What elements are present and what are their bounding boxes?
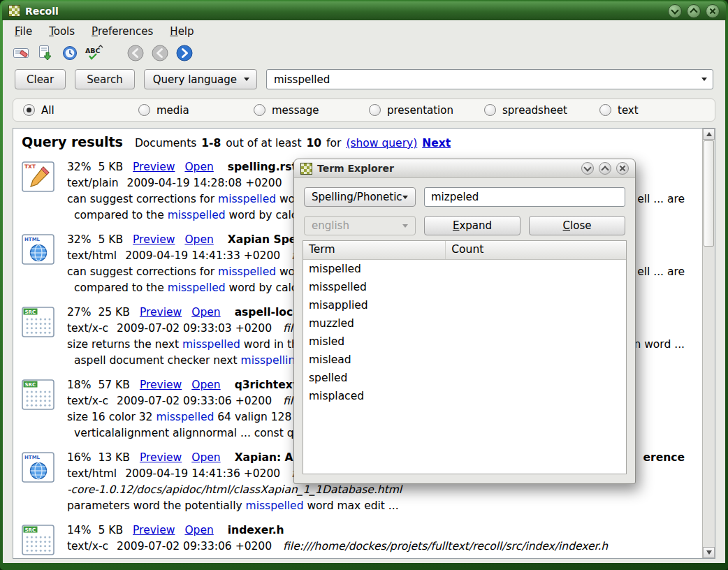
window-buttons xyxy=(668,4,720,18)
term-row[interactable]: mislead xyxy=(303,351,626,369)
html-file-icon[interactable]: HTML xyxy=(22,450,57,514)
previous-page-icon[interactable] xyxy=(150,43,170,63)
expansion-mode-select[interactable]: Spelling/Phonetic xyxy=(304,187,416,207)
term-input[interactable] xyxy=(424,187,625,207)
window-close-button[interactable] xyxy=(706,4,720,18)
scrollbar-thumb[interactable] xyxy=(704,140,714,247)
term-row[interactable]: muzzled xyxy=(303,314,626,332)
highlighted-term: misspelled xyxy=(168,207,226,224)
filter-bar: Allmediamessagepresentationspreadsheette… xyxy=(13,98,715,122)
abstract-text: word by calc xyxy=(226,207,298,224)
open-link[interactable]: Open xyxy=(184,232,213,248)
preview-link[interactable]: Preview xyxy=(133,232,175,248)
chevron-down-icon xyxy=(244,78,249,81)
abstract-right-fragment: ell ... are xyxy=(637,191,685,207)
filter-label: text xyxy=(618,104,639,117)
svg-text:ABC: ABC xyxy=(85,47,101,54)
search-button[interactable]: Search xyxy=(75,69,135,89)
preview-link[interactable]: Preview xyxy=(140,450,182,466)
query-combobox[interactable] xyxy=(266,69,713,89)
start-query-icon[interactable] xyxy=(36,43,55,63)
chevron-down-icon xyxy=(701,78,707,81)
open-link[interactable]: Open xyxy=(191,377,220,393)
preview-link[interactable]: Preview xyxy=(133,159,175,175)
abstract-right-fragment: n word ... xyxy=(634,337,685,353)
next-page-link[interactable]: Next xyxy=(422,137,451,149)
result-url: file:///home/dockes/projets/fulltext/rec… xyxy=(283,539,608,555)
result-date: 2009-07-02 09:33:03 +0200 xyxy=(117,321,272,337)
menu-tools[interactable]: Tools xyxy=(43,23,81,40)
filter-media[interactable]: media xyxy=(138,104,254,117)
result-size: 13 KB xyxy=(98,450,129,466)
term-row[interactable]: misled xyxy=(303,332,626,351)
source-file-icon[interactable]: SRC xyxy=(22,522,57,558)
filter-all[interactable]: All xyxy=(23,104,138,117)
unshade-button[interactable] xyxy=(687,4,701,18)
results-scrollbar[interactable] xyxy=(702,129,715,558)
term-row[interactable]: misspelled xyxy=(303,278,626,296)
filter-message[interactable]: message xyxy=(254,104,369,117)
term-explorer-icon[interactable]: ABC xyxy=(85,43,104,63)
count-cell xyxy=(445,387,626,405)
filter-spreadsheet[interactable]: spreadsheet xyxy=(484,104,599,117)
search-mode-value: Query language xyxy=(153,73,237,86)
abstract-right-fragment: ell ... are xyxy=(637,264,685,280)
html-file-icon[interactable]: HTML xyxy=(22,232,57,296)
count-column-header[interactable]: Count xyxy=(445,241,626,259)
dialog-shade-button[interactable] xyxy=(581,162,594,175)
term-column-header[interactable]: Term xyxy=(303,241,445,259)
clear-search-icon[interactable] xyxy=(11,43,31,63)
search-mode-select[interactable]: Query language xyxy=(144,69,257,89)
next-page-icon[interactable] xyxy=(175,43,194,63)
term-row[interactable]: misapplied xyxy=(303,296,626,314)
open-link[interactable]: Open xyxy=(184,159,213,175)
recoll-logo-icon xyxy=(8,5,20,17)
open-link[interactable]: Open xyxy=(184,522,213,539)
count-cell xyxy=(445,332,626,351)
filter-text[interactable]: text xyxy=(599,104,715,117)
language-select[interactable]: english xyxy=(304,216,416,235)
recoll-logo-icon xyxy=(300,163,312,175)
text-file-icon[interactable]: TXT xyxy=(22,159,57,224)
radio-icon xyxy=(138,104,150,116)
highlighted-term: misspelled xyxy=(182,337,240,353)
menu-help[interactable]: Help xyxy=(163,23,200,40)
menu-preferences[interactable]: Preferences xyxy=(85,23,159,40)
open-link[interactable]: Open xyxy=(191,305,220,321)
source-file-icon[interactable]: SRC xyxy=(22,305,57,369)
show-query-link[interactable]: (show query) xyxy=(346,137,417,149)
result-meta-line: text/x-c2009-07-02 09:33:06 +0200file://… xyxy=(67,539,685,555)
close-dialog-button[interactable]: Close xyxy=(529,216,625,235)
scroll-up-button[interactable] xyxy=(703,129,715,140)
query-input[interactable] xyxy=(266,69,713,89)
abstract-text: compared to the xyxy=(74,207,168,224)
preview-link[interactable]: Preview xyxy=(140,305,182,321)
term-cell: misplaced xyxy=(303,387,445,405)
radio-icon xyxy=(369,104,381,116)
term-row[interactable]: spelled xyxy=(303,369,626,387)
term-row[interactable]: mispelled xyxy=(303,260,626,278)
filter-presentation[interactable]: presentation xyxy=(369,104,484,117)
language-value: english xyxy=(312,219,349,232)
expand-button[interactable]: Expand xyxy=(424,216,520,235)
open-link[interactable]: Open xyxy=(191,450,220,466)
results-header: Query results Documents 1-8 out of at le… xyxy=(22,134,685,149)
abstract-text: wo xyxy=(276,191,295,207)
term-row[interactable]: misplaced xyxy=(303,387,626,405)
filter-label: message xyxy=(272,104,319,117)
menu-file[interactable]: File xyxy=(8,23,38,40)
dialog-unshade-button[interactable] xyxy=(599,162,611,175)
preview-link[interactable]: Preview xyxy=(133,522,175,539)
svg-text:HTML: HTML xyxy=(24,455,41,460)
scroll-down-button[interactable] xyxy=(703,547,715,558)
history-icon[interactable] xyxy=(60,43,80,63)
result-date: 2009-04-19 14:41:33 +0200 xyxy=(125,248,280,264)
term-explorer-dialog: Term Explorer Spelling/Phonetic english … xyxy=(293,159,636,484)
clear-button[interactable]: Clear xyxy=(15,69,66,89)
result-size: 5 KB xyxy=(98,522,123,539)
source-file-icon[interactable]: SRC xyxy=(22,377,57,441)
preview-link[interactable]: Preview xyxy=(140,377,182,393)
first-page-icon[interactable] xyxy=(126,43,145,63)
dialog-close-x-button[interactable] xyxy=(616,162,629,175)
shade-button[interactable] xyxy=(668,4,682,18)
